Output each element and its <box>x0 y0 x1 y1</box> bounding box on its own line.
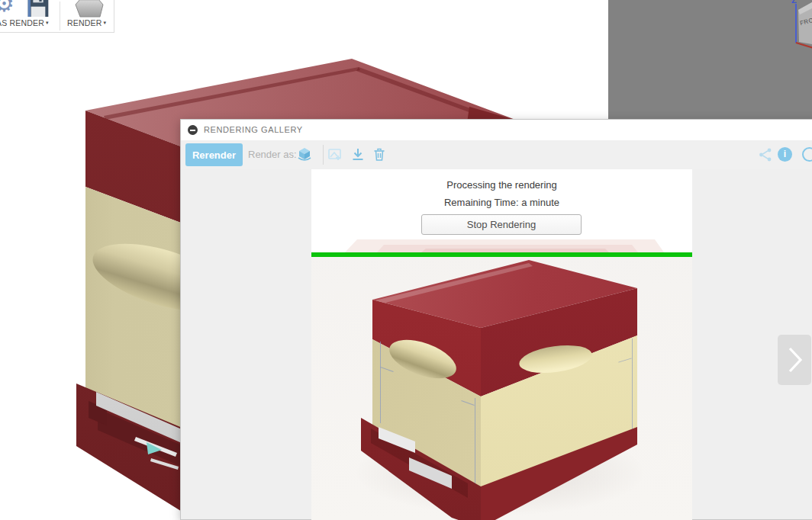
render-as-cube-icon[interactable] <box>297 147 312 162</box>
sketch-line <box>618 358 632 362</box>
rendering-gallery-dialog: RENDERING GALLERY Rerender Render as: <box>180 119 812 520</box>
save-icon[interactable] <box>26 0 50 17</box>
viewcube-x-axis <box>796 42 812 49</box>
gear-icon[interactable]: ⚙ <box>0 0 14 17</box>
trash-icon[interactable] <box>372 147 387 162</box>
sketch-line <box>380 342 381 423</box>
render-preview: Processing the rendering Remaining Time:… <box>311 169 692 520</box>
in-canvas-render-dropdown[interactable]: AS RENDER▾ <box>0 18 49 27</box>
stop-rendering-button[interactable]: Stop Rendering <box>421 214 582 235</box>
sketch-line <box>461 400 474 406</box>
next-render-button[interactable] <box>778 335 811 385</box>
caret-down-icon: ▾ <box>46 20 49 25</box>
sketch-line <box>475 398 475 490</box>
render-handle-left <box>385 332 462 387</box>
gallery-content: Processing the rendering Remaining Time:… <box>181 169 812 519</box>
render-label: RENDER <box>67 18 102 27</box>
save-image-icon <box>327 147 343 162</box>
download-icon[interactable] <box>350 147 366 162</box>
app-root: ⚙ AS RENDER▾ RENDER▾ Z FRO <box>0 0 812 520</box>
in-canvas-render-label: AS RENDER <box>0 18 44 27</box>
next-chevron-icon <box>787 346 804 374</box>
status-line-2: Remaining Time: a minute <box>311 197 692 208</box>
minimize-icon[interactable] <box>188 125 198 135</box>
viewcube-face[interactable] <box>608 0 812 119</box>
dialog-toolbar: Rerender Render as: <box>181 140 812 170</box>
ribbon-toolbar: ⚙ AS RENDER▾ RENDER▾ <box>0 0 114 33</box>
render-shadow <box>353 429 647 516</box>
toolbar-separator <box>323 145 324 165</box>
render-handle-right <box>517 341 594 377</box>
dialog-title: RENDERING GALLERY <box>204 120 303 140</box>
caret-down-icon: ▾ <box>104 20 107 25</box>
viewcube-face-bevel <box>608 0 812 119</box>
ribbon-separator <box>60 2 60 30</box>
render-progress-bar <box>311 252 692 257</box>
sketch-line <box>632 339 633 436</box>
render-teapot-icon[interactable] <box>72 0 107 18</box>
secondary-viewport-panel: Z FRO <box>608 0 812 119</box>
sketch-line <box>380 367 393 372</box>
viewcube-front-label: FRO <box>799 17 812 27</box>
viewcube-z-axis <box>795 4 797 43</box>
render-dropdown[interactable]: RENDER▾ <box>67 18 106 27</box>
processing-overlay: Processing the rendering Remaining Time:… <box>311 169 692 252</box>
info-icon[interactable]: i <box>778 147 792 162</box>
status-line-1: Processing the rendering <box>311 179 692 191</box>
render-as-label: Render as: <box>248 140 297 169</box>
help-icon[interactable] <box>802 147 812 162</box>
rerender-button[interactable]: Rerender <box>185 143 243 166</box>
share-icon[interactable] <box>758 147 773 162</box>
dialog-titlebar[interactable]: RENDERING GALLERY <box>181 120 812 141</box>
